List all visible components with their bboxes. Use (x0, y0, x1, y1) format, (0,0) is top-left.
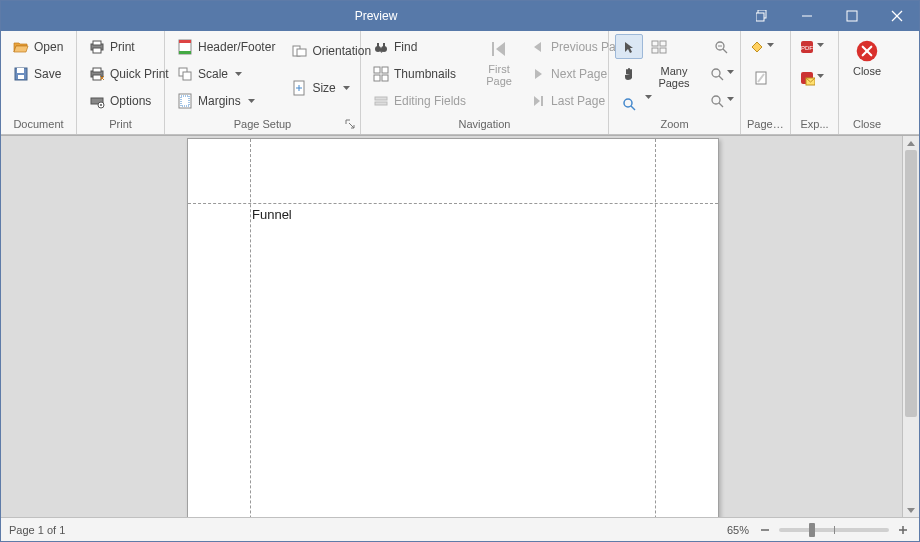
save-icon (13, 66, 29, 82)
ribbon-group-label: Page Setup (171, 116, 354, 134)
restore-down-icon[interactable] (739, 1, 784, 31)
print-button[interactable]: Print (83, 34, 175, 59)
thumbnails-label: Thumbnails (394, 67, 456, 81)
scroll-up-icon[interactable] (903, 136, 919, 150)
ribbon: Open Save Document Print (1, 31, 919, 135)
last-page-label: Last Page (551, 94, 605, 108)
preview-page: Funnel (187, 138, 719, 517)
magnifier-button[interactable] (615, 91, 643, 116)
many-pages-label: Many Pages (645, 61, 703, 89)
ribbon-group-label: Page ... (747, 116, 784, 134)
svg-rect-26 (297, 49, 306, 56)
ribbon-group-label: Zoom (615, 116, 734, 134)
svg-rect-42 (652, 48, 658, 53)
ribbon-group-zoom: Many Pages (609, 31, 741, 134)
print-options-button[interactable]: Options (83, 88, 175, 113)
first-page-button[interactable]: First Page (478, 34, 520, 90)
scroll-thumb[interactable] (905, 150, 917, 417)
hand-tool-button[interactable] (615, 61, 643, 86)
printer-quick-icon (89, 66, 105, 82)
scale-button[interactable]: Scale (171, 61, 281, 86)
save-button[interactable]: Save (7, 61, 69, 86)
maximize-button[interactable] (829, 1, 874, 31)
first-page-label: First Page (486, 63, 512, 87)
svg-rect-14 (93, 75, 101, 80)
printer-icon (89, 39, 105, 55)
save-label: Save (34, 67, 61, 81)
status-bar: Page 1 of 1 65% (1, 517, 919, 541)
open-button[interactable]: Open (7, 34, 69, 59)
editing-fields-button[interactable]: Editing Fields (367, 88, 472, 113)
export-mail-button[interactable] (797, 65, 825, 90)
zoom-track[interactable] (779, 528, 889, 532)
editing-fields-icon (373, 93, 389, 109)
svg-rect-22 (183, 72, 191, 80)
zoom-exact-button[interactable] (707, 88, 735, 113)
many-pages-top-button[interactable] (645, 34, 673, 59)
zoom-minus-button[interactable] (757, 522, 773, 538)
zoom-handle[interactable] (809, 523, 815, 537)
zoom-center-tick (834, 526, 835, 534)
header-footer-label: Header/Footer (198, 40, 275, 54)
margins-label: Margins (198, 94, 241, 108)
svg-rect-3 (847, 11, 857, 21)
svg-rect-36 (375, 97, 387, 100)
header-footer-button[interactable]: Header/Footer (171, 34, 281, 59)
zoom-out-button[interactable] (707, 34, 735, 59)
ribbon-group-label: Close (845, 116, 889, 134)
ribbon-group-label: Exp... (797, 116, 832, 134)
close-preview-button[interactable]: Close (846, 34, 888, 80)
chevron-down-icon (235, 70, 242, 77)
ribbon-group-export: PDF Exp... (791, 31, 839, 134)
zoom-in-button[interactable] (707, 61, 735, 86)
ribbon-group-document: Open Save Document (1, 31, 77, 134)
svg-rect-11 (93, 48, 101, 53)
margins-button[interactable]: Margins (171, 88, 281, 113)
svg-text:PDF: PDF (801, 45, 813, 51)
quick-print-label: Quick Print (110, 67, 169, 81)
first-page-icon (487, 37, 511, 61)
find-button[interactable]: Find (367, 34, 472, 59)
find-label: Find (394, 40, 417, 54)
ribbon-group-label: Print (83, 116, 158, 134)
scroll-down-icon[interactable] (903, 503, 919, 517)
thumbnails-icon (373, 66, 389, 82)
margin-guide-top (188, 203, 718, 204)
margin-guide-left (250, 139, 251, 517)
quick-print-button[interactable]: Quick Print (83, 61, 175, 86)
thumbnails-button[interactable]: Thumbnails (367, 61, 472, 86)
svg-rect-33 (382, 67, 388, 73)
svg-rect-1 (756, 13, 764, 21)
svg-line-52 (719, 103, 723, 107)
window-close-button[interactable] (874, 1, 919, 31)
next-icon (530, 66, 546, 82)
minimize-button[interactable] (784, 1, 829, 31)
options-label: Options (110, 94, 151, 108)
many-pages-dropdown[interactable] (645, 91, 703, 116)
ribbon-group-pagesetup: Header/Footer Scale Margins (165, 31, 361, 134)
ribbon-group-label: Document (7, 116, 70, 134)
page-color-button[interactable] (747, 34, 775, 59)
dialog-launcher-icon[interactable] (345, 119, 357, 131)
pointer-tool-button[interactable] (615, 34, 643, 59)
zoom-plus-button[interactable] (895, 522, 911, 538)
header-footer-icon (177, 39, 193, 55)
grid-icon (651, 39, 667, 55)
export-pdf-button[interactable]: PDF (797, 34, 825, 59)
zoom-in-icon (709, 66, 725, 82)
watermark-button[interactable] (747, 65, 775, 90)
svg-point-51 (712, 96, 720, 104)
svg-rect-43 (660, 48, 666, 53)
svg-line-45 (631, 106, 635, 110)
ribbon-group-page-background: Page ... (741, 31, 791, 134)
margins-icon (177, 93, 193, 109)
chevron-down-icon (248, 97, 255, 104)
preview-workspace[interactable]: Funnel (1, 135, 919, 517)
svg-rect-32 (374, 67, 380, 73)
zoom-out-icon (713, 39, 729, 55)
chevron-down-icon (343, 84, 350, 91)
chevron-down-icon (767, 43, 774, 50)
vertical-scrollbar[interactable] (902, 136, 919, 517)
svg-point-49 (712, 69, 720, 77)
binoculars-icon (373, 39, 389, 55)
